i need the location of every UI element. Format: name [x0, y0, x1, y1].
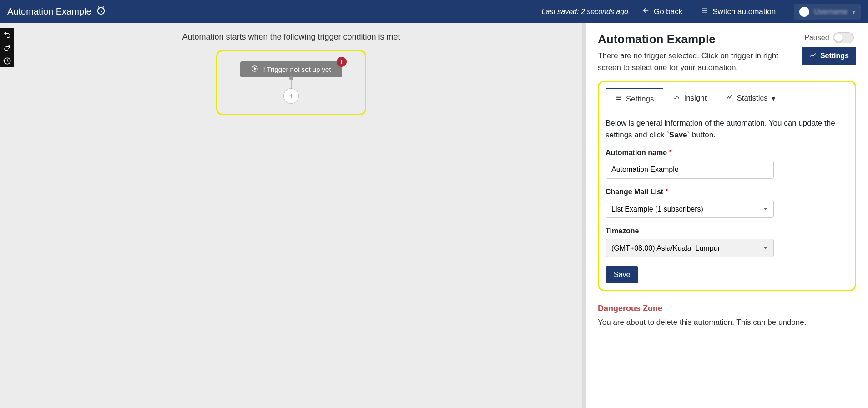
tab-settings-label: Settings [626, 95, 654, 104]
page-title-text: Automation Example [7, 6, 91, 17]
user-name: Username [814, 8, 848, 16]
panel-title: Automation Example [598, 32, 793, 46]
trend-icon [726, 94, 733, 103]
maillist-select[interactable]: List Example (1 subscribers) [606, 200, 774, 218]
timezone-select[interactable]: (GMT+08:00) Asia/Kuala_Lumpur [606, 239, 774, 257]
chevron-down-icon: ▾ [772, 94, 776, 103]
add-node-button[interactable]: + [283, 88, 299, 104]
alert-badge: ! [337, 57, 347, 67]
paused-toggle-wrap: Paused Settings [802, 32, 856, 65]
settings-highlight-box: Settings Insight Statistics ▾ Below is g… [598, 81, 856, 291]
avatar [799, 7, 809, 17]
settings-button[interactable]: Settings [802, 47, 856, 65]
tab-insight-label: Insight [684, 94, 707, 103]
chevron-down-icon: ▾ [852, 8, 855, 15]
last-saved: Last saved: 2 seconds ago [542, 8, 628, 16]
tab-statistics[interactable]: Statistics ▾ [717, 87, 785, 109]
canvas-area: Automation starts when the following tri… [0, 23, 582, 408]
history-button[interactable] [0, 54, 14, 67]
list-icon [701, 6, 709, 17]
switch-label: Switch automation [712, 7, 776, 16]
redo-button[interactable] [0, 41, 14, 54]
settings-intro: Below is general information of the auto… [606, 117, 848, 141]
panel-header: Automation Example There are no trigger … [598, 32, 856, 73]
connector-line [291, 77, 292, 88]
dangerous-zone-text: You are about to delete this automation.… [598, 318, 856, 327]
page-title: Automation Example [7, 5, 106, 18]
tab-insight[interactable]: Insight [663, 87, 716, 109]
switch-automation-link[interactable]: Switch automation [701, 6, 776, 17]
settings-button-label: Settings [820, 52, 849, 60]
tab-settings[interactable]: Settings [606, 88, 663, 109]
side-panel: Automation Example There are no trigger … [586, 23, 868, 408]
undo-button[interactable] [0, 28, 14, 41]
play-icon [251, 65, 258, 74]
main: Automation starts when the following tri… [0, 23, 868, 408]
svg-point-3 [676, 96, 678, 97]
tabs: Settings Insight Statistics ▾ [606, 87, 848, 109]
maillist-label: Change Mail List * [606, 188, 848, 196]
go-back-link[interactable]: Go back [642, 6, 682, 17]
dangerous-zone: Dangerous Zone You are about to delete t… [598, 304, 856, 327]
canvas-description: Automation starts when the following tri… [182, 32, 400, 42]
paused-toggle[interactable] [833, 32, 854, 43]
user-menu[interactable]: Username ▾ [794, 4, 861, 20]
topbar: Automation Example Last saved: 2 seconds… [0, 0, 868, 23]
canvas-highlight-box: ! Trigger not set up yet ! + [216, 50, 366, 115]
trigger-label: ! Trigger not set up yet [263, 65, 331, 73]
divider[interactable] [582, 23, 586, 408]
timezone-label: Timezone [606, 227, 848, 235]
trigger-node[interactable]: ! Trigger not set up yet ! [240, 61, 342, 77]
list-icon [615, 94, 622, 104]
dangerous-zone-title: Dangerous Zone [598, 304, 856, 313]
save-button[interactable]: Save [606, 266, 638, 283]
panel-subtitle: There are no trigger selected. Click on … [598, 50, 793, 73]
automation-name-input[interactable] [606, 161, 774, 179]
chart-line-icon [809, 51, 817, 60]
tab-statistics-label: Statistics [737, 94, 768, 103]
clock-icon [96, 5, 106, 18]
paused-label: Paused [804, 34, 829, 42]
go-back-label: Go back [654, 7, 682, 16]
name-label: Automation name * [606, 149, 848, 157]
svg-point-4 [678, 97, 679, 99]
tab-body: Below is general information of the auto… [606, 109, 848, 283]
svg-point-2 [675, 98, 676, 99]
arrow-left-icon [642, 6, 650, 17]
scatter-icon [673, 94, 680, 103]
tool-column [0, 28, 14, 67]
